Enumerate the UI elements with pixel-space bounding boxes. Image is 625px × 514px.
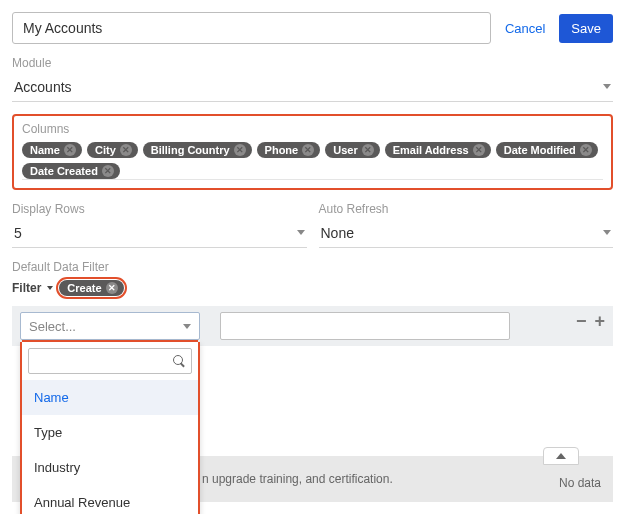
auto-refresh-value: None: [321, 225, 354, 241]
column-pill[interactable]: Billing Country✕: [143, 142, 252, 158]
filter-create-chip-label: Create: [67, 282, 101, 294]
close-icon[interactable]: ✕: [580, 144, 592, 156]
auto-refresh-label: Auto Refresh: [319, 202, 614, 216]
column-pill-label: User: [333, 144, 357, 156]
criteria-value-input[interactable]: [220, 312, 510, 340]
display-rows-label: Display Rows: [12, 202, 307, 216]
module-value: Accounts: [14, 79, 72, 95]
column-pill-label: Date Modified: [504, 144, 576, 156]
column-pill[interactable]: Date Modified✕: [496, 142, 598, 158]
filter-menu-label[interactable]: Filter: [12, 281, 41, 295]
add-criteria-button[interactable]: +: [594, 312, 605, 330]
column-pill-label: City: [95, 144, 116, 156]
chevron-down-icon: [47, 286, 53, 290]
column-pill[interactable]: Email Address✕: [385, 142, 491, 158]
module-label: Module: [12, 56, 613, 70]
module-select[interactable]: Accounts: [12, 72, 613, 102]
criteria-field-search-input[interactable]: [35, 353, 173, 370]
criteria-field-option[interactable]: Annual Revenue: [22, 485, 198, 514]
close-icon[interactable]: ✕: [302, 144, 314, 156]
column-pill-label: Billing Country: [151, 144, 230, 156]
column-pill[interactable]: City✕: [87, 142, 138, 158]
close-icon[interactable]: ✕: [473, 144, 485, 156]
save-button[interactable]: Save: [559, 14, 613, 43]
criteria-field-option[interactable]: Industry: [22, 450, 198, 485]
column-pill-label: Name: [30, 144, 60, 156]
criteria-field-dropdown: NameTypeIndustryAnnual RevenueStreetCity…: [20, 342, 200, 514]
close-icon[interactable]: ✕: [362, 144, 374, 156]
default-filter-heading: Default Data Filter: [12, 260, 613, 274]
no-data-label: No data: [559, 476, 601, 490]
column-pill[interactable]: Name✕: [22, 142, 82, 158]
column-pill[interactable]: User✕: [325, 142, 379, 158]
remove-criteria-button[interactable]: −: [576, 312, 587, 330]
column-pill-label: Date Created: [30, 165, 98, 177]
display-rows-select[interactable]: 5: [12, 218, 307, 248]
columns-section: Columns Name✕City✕Billing Country✕Phone✕…: [12, 114, 613, 190]
display-rows-value: 5: [14, 225, 22, 241]
chevron-down-icon: [603, 84, 611, 89]
columns-pills[interactable]: Name✕City✕Billing Country✕Phone✕User✕Ema…: [22, 138, 603, 180]
chevron-down-icon: [297, 230, 305, 235]
filter-create-chip[interactable]: Create ✕: [59, 280, 123, 296]
auto-refresh-select[interactable]: None: [319, 218, 614, 248]
chevron-down-icon: [603, 230, 611, 235]
chevron-up-icon: [556, 453, 566, 459]
expand-up-button[interactable]: [543, 447, 579, 465]
search-icon: [173, 355, 185, 367]
close-icon[interactable]: ✕: [64, 144, 76, 156]
column-pill-label: Email Address: [393, 144, 469, 156]
cancel-button[interactable]: Cancel: [499, 21, 551, 36]
chevron-down-icon: [183, 324, 191, 329]
column-pill[interactable]: Phone✕: [257, 142, 321, 158]
column-pill[interactable]: Date Created✕: [22, 163, 120, 179]
criteria-field-option[interactable]: Name: [22, 380, 198, 415]
dashlet-title-input[interactable]: [12, 12, 491, 44]
footer-text: n upgrade training, and certification.: [202, 472, 393, 486]
close-icon[interactable]: ✕: [102, 165, 114, 177]
close-icon[interactable]: ✕: [106, 282, 118, 294]
columns-label: Columns: [22, 122, 603, 136]
criteria-field-select[interactable]: Select...: [20, 312, 200, 340]
close-icon[interactable]: ✕: [120, 144, 132, 156]
criteria-field-placeholder: Select...: [29, 319, 76, 334]
criteria-field-option[interactable]: Type: [22, 415, 198, 450]
column-pill-label: Phone: [265, 144, 299, 156]
close-icon[interactable]: ✕: [234, 144, 246, 156]
